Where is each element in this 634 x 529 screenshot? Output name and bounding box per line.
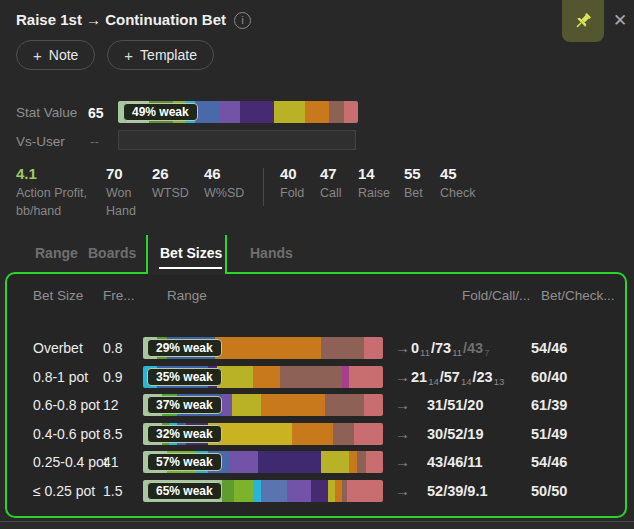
vs-user-input[interactable] [118, 130, 356, 150]
freq-cell: 41 [103, 448, 119, 476]
bet-size-cell: ≤ 0.25 pot [33, 477, 95, 505]
pushpin-icon [572, 10, 594, 32]
col-header-bet-check: Bet/Check... [541, 288, 615, 303]
active-tab-underline [159, 267, 222, 269]
tab-hands[interactable]: Hands [250, 245, 293, 261]
annotation-right-notch [225, 235, 227, 273]
arrow-icon: → [395, 334, 410, 362]
arrow-icon: → [395, 363, 410, 391]
weak-badge: 57% weak [147, 453, 222, 471]
col-header-freq: Fre... [103, 288, 135, 303]
fold-call-cell: 2114/5714/2313 [411, 363, 505, 393]
stat-check: 45Check [440, 165, 475, 203]
arrow-icon: → [395, 420, 410, 448]
range-bar: 32% weak [143, 423, 383, 445]
stat-value-label: Stat Value [16, 105, 77, 120]
bet-size-cell: 0.6-0.8 pot [33, 391, 100, 419]
range-bar: 37% weak [143, 394, 383, 416]
bet-size-cell: Overbet [33, 334, 83, 362]
pin-button[interactable] [562, 0, 604, 42]
fold-call-cell: 31/51/20 [411, 391, 483, 419]
arrow-icon: → [395, 391, 410, 419]
range-bar: 57% weak [143, 451, 383, 473]
fold-call-cell: 52/39/9.1 [411, 477, 487, 505]
bet-check-cell: 51/49 [531, 420, 567, 448]
stat-won-hand: 70Won Hand [106, 165, 136, 220]
range-bar: 65% weak [143, 480, 383, 502]
plus-icon: + [33, 47, 42, 64]
tab-boards[interactable]: Boards [88, 245, 136, 261]
stat-fold: 40Fold [280, 165, 304, 203]
stat-value-bar: 49% weak [118, 101, 358, 123]
fold-call-cell: 011/7311/437 [411, 334, 490, 364]
bet-size-cell: 0.25-0.4 pot [33, 448, 108, 476]
freq-cell: 12 [103, 391, 119, 419]
fold-call-cell: 30/52/19 [411, 420, 483, 448]
annotation-left-notch [146, 235, 148, 273]
table-row[interactable]: 0.4-0.6 pot8.532% weak→30/52/1951/49 [7, 420, 625, 449]
vs-user-label: Vs-User [16, 134, 65, 149]
tab-bet-sizes[interactable]: Bet Sizes [160, 245, 222, 261]
bottom-divider [0, 521, 634, 529]
annotation-gap [148, 271, 225, 275]
col-header-range: Range [167, 288, 207, 303]
weak-badge: 37% weak [147, 396, 222, 414]
weak-badge: 32% weak [147, 425, 222, 443]
table-row[interactable]: ≤ 0.25 pot1.565% weak→52/39/9.150/50 [7, 477, 625, 506]
table-row[interactable]: 0.8-1 pot0.935% weak→2114/5714/231360/40 [7, 363, 625, 392]
bet-check-cell: 54/46 [531, 334, 567, 362]
add-template-button[interactable]: +Template [107, 40, 214, 70]
stat-value-number: 65 [88, 105, 104, 121]
action-buttons: +Note +Template [16, 40, 214, 70]
stat-weak-badge: 49% weak [123, 103, 198, 121]
stats-divider [263, 168, 264, 206]
stat-popup-panel: Raise 1st → Continuation Beti ✕ +Note +T… [0, 0, 634, 529]
close-icon[interactable]: ✕ [608, 9, 632, 33]
freq-cell: 0.8 [103, 334, 122, 362]
tab-range[interactable]: Range [35, 245, 78, 261]
bet-check-cell: 54/46 [531, 448, 567, 476]
table-row[interactable]: 0.6-0.8 pot1237% weak→31/51/2061/39 [7, 391, 625, 420]
weak-badge: 65% weak [147, 482, 222, 500]
weak-badge: 29% weak [147, 339, 222, 357]
bet-check-cell: 50/50 [531, 477, 567, 505]
template-label: Template [140, 47, 197, 63]
stat-wsd: 46W%SD [204, 165, 244, 203]
freq-cell: 0.9 [103, 363, 122, 391]
bet-check-cell: 61/39 [531, 391, 567, 419]
stat-bet: 55Bet [404, 165, 423, 203]
info-icon[interactable]: i [234, 12, 251, 29]
stat-wtsd: 26WTSD [152, 165, 189, 203]
bet-size-cell: 0.8-1 pot [33, 363, 88, 391]
weak-badge: 35% weak [147, 368, 222, 386]
add-note-button[interactable]: +Note [16, 40, 95, 70]
bet-size-cell: 0.4-0.6 pot [33, 420, 100, 448]
page-title: Raise 1st → Continuation Beti [16, 11, 251, 29]
col-header-bet-size: Bet Size [33, 288, 83, 303]
range-bar: 29% weak [143, 337, 383, 359]
bet-check-cell: 60/40 [531, 363, 567, 391]
vs-user-value: -- [90, 134, 99, 149]
fold-call-cell: 43/46/11 [411, 448, 483, 476]
col-header-fold-call: Fold/Call/... [462, 288, 530, 303]
plus-icon: + [124, 47, 133, 64]
freq-cell: 1.5 [103, 477, 122, 505]
table-row[interactable]: Overbet0.829% weak→011/7311/43754/46 [7, 334, 625, 363]
freq-cell: 8.5 [103, 420, 122, 448]
arrow-icon: → [395, 448, 410, 476]
range-bar: 35% weak [143, 366, 383, 388]
stat-call: 47Call [320, 165, 342, 203]
note-label: Note [49, 47, 79, 63]
stat-action-profit: 4.1Action Profit, bb/hand [16, 165, 87, 220]
table-body: Overbet0.829% weak→011/7311/43754/460.8-… [7, 334, 625, 505]
arrow-icon: → [395, 477, 410, 505]
stat-raise: 14Raise [358, 165, 390, 203]
table-row[interactable]: 0.25-0.4 pot4157% weak→43/46/1154/46 [7, 448, 625, 477]
